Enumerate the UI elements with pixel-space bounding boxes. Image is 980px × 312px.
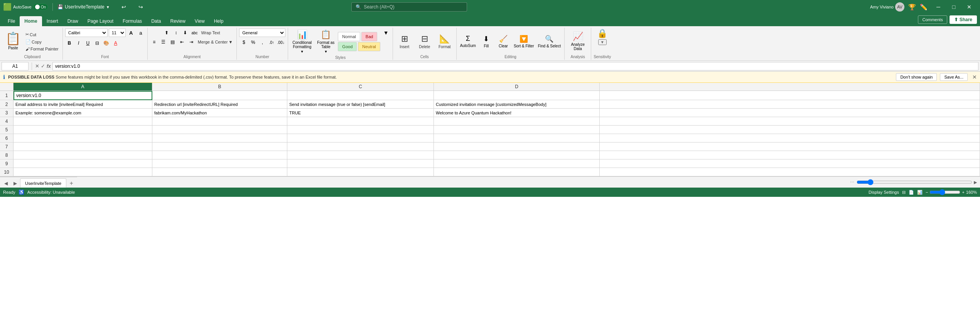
fill-color-button[interactable]: 🎨 bbox=[102, 39, 111, 47]
cell-c10[interactable] bbox=[287, 168, 434, 176]
cell-b2[interactable]: Redirection url [inviteRedirectURL] Requ… bbox=[152, 100, 287, 109]
tab-file[interactable]: File bbox=[3, 16, 20, 26]
tab-draw[interactable]: Draw bbox=[63, 16, 83, 26]
cell-c5[interactable] bbox=[287, 126, 434, 134]
zoom-out-button[interactable]: − bbox=[926, 190, 928, 195]
row-header-5[interactable]: 5 bbox=[0, 126, 13, 134]
cell-a3[interactable]: Example: someone@example.com bbox=[13, 109, 152, 117]
cell-reference-input[interactable] bbox=[2, 62, 29, 70]
row-header-7[interactable]: 7 bbox=[0, 143, 13, 151]
cell-d5[interactable] bbox=[434, 126, 600, 134]
row-header-3[interactable]: 3 bbox=[0, 109, 13, 117]
cell-c6[interactable] bbox=[287, 134, 434, 143]
cell-b9[interactable] bbox=[152, 159, 287, 168]
page-break-icon[interactable]: 📊 bbox=[917, 190, 923, 195]
row-header-2[interactable]: 2 bbox=[0, 100, 13, 109]
row-header-8[interactable]: 8 bbox=[0, 151, 13, 159]
insert-button[interactable]: ⊞ Insert bbox=[395, 32, 414, 50]
cell-b7[interactable] bbox=[152, 143, 287, 151]
wrap-text-button[interactable]: Wrap Text bbox=[199, 29, 221, 37]
find-select-button[interactable]: 🔍 Find & Select bbox=[537, 34, 562, 49]
font-increase-button[interactable]: A bbox=[127, 29, 135, 37]
cell-a9[interactable] bbox=[13, 159, 152, 168]
pen-icon[interactable]: ✏️ bbox=[920, 3, 928, 11]
style-bad[interactable]: Bad bbox=[361, 32, 378, 41]
cell-a8[interactable] bbox=[13, 151, 152, 159]
cell-extra7[interactable] bbox=[600, 143, 980, 151]
style-neutral[interactable]: Neutral bbox=[358, 42, 380, 51]
cell-a1[interactable]: version:v1.0 bbox=[13, 91, 152, 100]
cell-extra2[interactable] bbox=[600, 100, 980, 109]
formula-input[interactable] bbox=[52, 62, 978, 70]
align-right-button[interactable]: ▤ bbox=[169, 38, 177, 46]
dont-show-again-button[interactable]: Don't show again bbox=[896, 73, 937, 81]
undo-button[interactable]: ↩ bbox=[116, 0, 132, 14]
autosave-toggle[interactable]: On bbox=[33, 4, 48, 10]
border-button[interactable]: ⊟ bbox=[93, 39, 101, 47]
number-format-select[interactable]: General bbox=[239, 29, 285, 37]
sort-filter-button[interactable]: 🔽 Sort & Filter bbox=[513, 34, 535, 49]
cell-extra3[interactable] bbox=[600, 109, 980, 117]
cell-extra1[interactable] bbox=[600, 91, 980, 100]
font-family-select[interactable]: Calibri bbox=[65, 29, 108, 37]
close-button[interactable]: ✕ bbox=[961, 0, 977, 14]
row-header-6[interactable]: 6 bbox=[0, 134, 13, 143]
formula-confirm-icon[interactable]: ✓ bbox=[41, 63, 45, 69]
tab-nav-prev[interactable]: ◀ bbox=[2, 179, 10, 188]
maximize-button[interactable]: □ bbox=[946, 0, 961, 14]
cell-a2[interactable]: Email address to invite [inviteeEmail] R… bbox=[13, 100, 152, 109]
style-good[interactable]: Good bbox=[338, 42, 357, 51]
tab-formulas[interactable]: Formulas bbox=[118, 16, 147, 26]
cell-extra6[interactable] bbox=[600, 134, 980, 143]
horizontal-scrollbar[interactable] bbox=[857, 179, 972, 185]
copy-button[interactable]: 📄 Copy bbox=[24, 39, 60, 45]
orientation-button[interactable]: abc bbox=[190, 29, 199, 37]
format-button[interactable]: 📐 Format bbox=[435, 32, 454, 50]
dropdown-arrow[interactable]: ▼ bbox=[106, 5, 110, 9]
cell-d10[interactable] bbox=[434, 168, 600, 176]
corner-cell[interactable] bbox=[0, 83, 13, 91]
scroll-right-arrow[interactable]: ▶ bbox=[974, 180, 977, 185]
cell-extra4[interactable] bbox=[600, 117, 980, 126]
cell-b5[interactable] bbox=[152, 126, 287, 134]
currency-button[interactable]: $ bbox=[240, 38, 248, 47]
cell-d6[interactable] bbox=[434, 134, 600, 143]
cell-b8[interactable] bbox=[152, 151, 287, 159]
col-header-extra[interactable] bbox=[600, 83, 980, 91]
col-header-a[interactable]: A bbox=[13, 83, 152, 91]
formula-fx-icon[interactable]: fx bbox=[47, 64, 51, 69]
normal-view-icon[interactable]: ⊟ bbox=[902, 190, 906, 195]
save-as-button[interactable]: Save As... bbox=[940, 73, 968, 81]
zoom-slider[interactable] bbox=[929, 189, 960, 195]
comments-button[interactable]: Comments bbox=[918, 15, 947, 24]
align-top-button[interactable]: ⬆ bbox=[162, 29, 171, 37]
cell-c1[interactable] bbox=[287, 91, 434, 100]
share-button[interactable]: ⬆ Share bbox=[950, 15, 977, 24]
font-decrease-button[interactable]: a bbox=[137, 29, 145, 37]
tab-page-layout[interactable]: Page Layout bbox=[83, 16, 118, 26]
cell-d7[interactable] bbox=[434, 143, 600, 151]
cell-b10[interactable] bbox=[152, 168, 287, 176]
tab-data[interactable]: Data bbox=[147, 16, 165, 26]
clear-button[interactable]: 🧹 Clear bbox=[496, 34, 511, 49]
align-bottom-button[interactable]: ⬇ bbox=[181, 29, 189, 37]
cell-extra10[interactable] bbox=[600, 168, 980, 176]
cell-extra9[interactable] bbox=[600, 159, 980, 168]
formula-cancel-icon[interactable]: ✕ bbox=[35, 63, 39, 69]
cell-a10[interactable] bbox=[13, 168, 152, 176]
bold-button[interactable]: B bbox=[65, 39, 74, 47]
cut-button[interactable]: ✂ Cut bbox=[24, 31, 60, 38]
paste-button[interactable]: 📋 Paste bbox=[5, 30, 22, 51]
font-size-select[interactable]: 11 bbox=[109, 29, 126, 37]
ribbon-icon[interactable]: 🏆 bbox=[908, 3, 916, 11]
align-center-button[interactable]: ☰ bbox=[159, 38, 168, 46]
tab-home[interactable]: Home bbox=[20, 16, 42, 26]
italic-button[interactable]: I bbox=[74, 39, 83, 47]
merge-center-button[interactable]: Merge & Center ▼ bbox=[196, 38, 234, 46]
cell-d4[interactable] bbox=[434, 117, 600, 126]
banner-close-button[interactable]: ✕ bbox=[972, 74, 977, 80]
cell-c3[interactable]: TRUE bbox=[287, 109, 434, 117]
page-layout-icon[interactable]: 📄 bbox=[909, 190, 914, 195]
cell-c2[interactable]: Send invitation message (true or false) … bbox=[287, 100, 434, 109]
cell-b6[interactable] bbox=[152, 134, 287, 143]
